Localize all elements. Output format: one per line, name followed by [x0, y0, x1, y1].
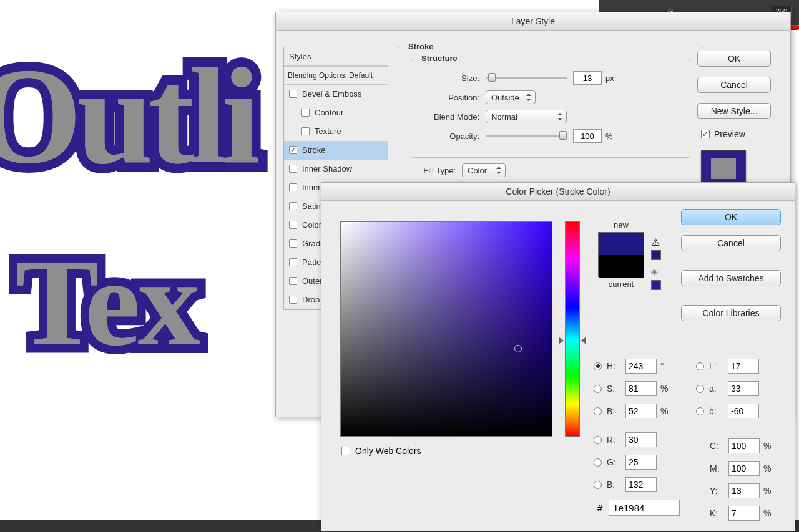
new-color-swatch[interactable] — [599, 233, 644, 255]
hue-slider-arrow-right[interactable] — [581, 337, 586, 344]
texture-row[interactable]: Texture — [284, 122, 388, 141]
drop-shadow-checkbox[interactable] — [289, 296, 297, 304]
hex-input[interactable] — [609, 500, 680, 516]
lab-b-radio[interactable] — [696, 407, 704, 415]
gamut-warning-swatch[interactable] — [651, 250, 661, 260]
l-input[interactable] — [728, 359, 759, 374]
size-label: Size: — [420, 74, 479, 83]
size-input[interactable] — [573, 71, 602, 85]
inner-shadow-row[interactable]: Inner Shadow — [284, 160, 388, 178]
structure-fieldset: Structure Size: px Position: Outside Ble… — [411, 59, 690, 158]
k-input[interactable] — [728, 506, 760, 521]
saturation-brightness-field[interactable] — [340, 221, 552, 437]
current-label: current — [596, 279, 646, 289]
a-radio[interactable] — [696, 385, 704, 393]
outer-glow-checkbox[interactable] — [289, 277, 297, 285]
ls-cancel-button[interactable]: Cancel — [697, 77, 771, 93]
contour-checkbox[interactable] — [301, 109, 310, 117]
h-input[interactable] — [625, 359, 657, 374]
sb-cursor[interactable] — [514, 345, 522, 352]
hue-slider-arrow-left[interactable] — [559, 337, 564, 344]
blend-mode-label: Blend Mode: — [420, 112, 479, 122]
size-slider[interactable] — [486, 77, 567, 79]
b-input[interactable] — [625, 404, 657, 418]
websafe-warning-icon[interactable]: ◈ — [651, 266, 658, 276]
ls-new-style-button[interactable]: New Style... — [697, 103, 771, 119]
stroke-row[interactable]: Stroke — [284, 141, 388, 160]
color-picker-title: Color Picker (Stroke Color) — [321, 183, 795, 201]
hex-label: # — [597, 503, 602, 513]
b2-radio[interactable] — [594, 481, 602, 489]
inner-glow-checkbox[interactable] — [289, 183, 297, 191]
s-radio[interactable] — [594, 385, 602, 393]
cp-cancel-button[interactable]: Cancel — [681, 235, 781, 251]
styles-header[interactable]: Styles — [284, 47, 388, 66]
only-web-checkbox[interactable] — [341, 447, 350, 455]
blend-mode-select[interactable]: Normal — [486, 110, 567, 123]
websafe-warning-swatch[interactable] — [651, 280, 661, 290]
opacity-label: Opacity: — [420, 132, 479, 141]
preview-checkbox[interactable] — [701, 130, 710, 138]
add-to-swatches-button[interactable]: Add to Swatches — [681, 270, 781, 286]
h-radio[interactable] — [594, 362, 602, 370]
r-radio[interactable] — [594, 436, 602, 444]
opacity-slider[interactable] — [486, 135, 567, 137]
hue-strip[interactable] — [565, 221, 580, 437]
color-picker-dialog: Color Picker (Stroke Color) new current … — [321, 182, 795, 531]
preview-checkbox-row[interactable]: Preview — [701, 129, 772, 139]
pattern-overlay-checkbox[interactable] — [289, 258, 297, 266]
satin-checkbox[interactable] — [289, 202, 297, 210]
new-current-swatch[interactable] — [598, 232, 644, 277]
ls-ok-button[interactable]: OK — [697, 51, 771, 67]
fill-type-select[interactable]: Color — [462, 163, 506, 177]
stroke-fieldset: Stroke Structure Size: px Position: Outs… — [398, 47, 703, 192]
gamut-warning-icon[interactable]: ⚠ — [651, 236, 660, 248]
bevel-emboss-row[interactable]: Bevel & Emboss — [284, 85, 388, 104]
cp-ok-button[interactable]: OK — [681, 209, 781, 225]
opacity-input[interactable] — [573, 129, 602, 143]
b-radio[interactable] — [594, 407, 602, 415]
l-radio[interactable] — [696, 362, 704, 370]
position-select[interactable]: Outside — [486, 90, 536, 104]
color-libraries-button[interactable]: Color Libraries — [681, 305, 781, 321]
b2-input[interactable] — [625, 477, 657, 492]
contour-row[interactable]: Contour — [284, 104, 388, 122]
bevel-checkbox[interactable] — [289, 90, 297, 98]
only-web-colors-row[interactable]: Only Web Colors — [341, 446, 421, 456]
gradient-overlay-checkbox[interactable] — [289, 239, 297, 248]
g-input[interactable] — [625, 455, 657, 470]
preview-swatch — [701, 150, 746, 186]
r-input[interactable] — [625, 432, 657, 447]
color-overlay-checkbox[interactable] — [289, 221, 297, 229]
g-radio[interactable] — [594, 458, 602, 467]
texture-checkbox[interactable] — [301, 127, 310, 135]
fill-type-label: Fill Type: — [411, 166, 456, 175]
lab-b-input[interactable] — [728, 404, 759, 418]
layer-style-title: Layer Style — [276, 12, 790, 31]
current-color-swatch[interactable] — [599, 255, 644, 278]
new-label: new — [596, 220, 646, 230]
stroke-checkbox[interactable] — [289, 146, 297, 154]
position-label: Position: — [420, 93, 479, 102]
s-input[interactable] — [625, 381, 657, 396]
y-input[interactable] — [728, 483, 760, 498]
c-input[interactable] — [728, 438, 760, 453]
a-input[interactable] — [728, 381, 759, 396]
blending-options-row[interactable]: Blending Options: Default — [284, 66, 388, 85]
m-input[interactable] — [728, 461, 760, 476]
inner-shadow-checkbox[interactable] — [289, 165, 297, 173]
